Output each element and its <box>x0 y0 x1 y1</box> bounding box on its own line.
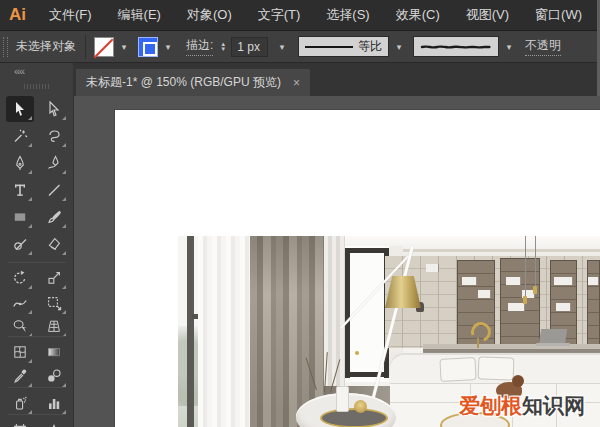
menu-file[interactable]: 文件(F) <box>36 0 105 30</box>
collapse-panel-icon[interactable]: «« <box>14 65 24 77</box>
photo-window-frame-bar <box>187 236 194 427</box>
photo-puppy-head <box>512 375 524 387</box>
lasso-tool[interactable] <box>40 123 68 149</box>
opacity-label[interactable]: 不透明 <box>525 37 561 56</box>
stepper-down-icon[interactable]: ▼ <box>220 47 226 52</box>
photo-sofa-pillow <box>478 356 515 380</box>
slice-tool[interactable] <box>40 417 68 427</box>
artboard-icon <box>12 422 28 427</box>
stroke-weight-dropdown-chevron-icon[interactable]: ▾ <box>276 42 288 52</box>
fill-dropdown-chevron-icon[interactable]: ▾ <box>118 42 130 52</box>
brush-definition-dropdown[interactable] <box>413 36 499 57</box>
tools-divider <box>8 262 66 263</box>
brush-dropdown-chevron-icon[interactable]: ▾ <box>502 42 516 52</box>
photo-laptop-base <box>536 343 570 346</box>
canvas-area[interactable]: 爱刨根知识网 <box>74 96 600 427</box>
menu-select[interactable]: 选择(S) <box>313 0 382 30</box>
perspective-grid-icon <box>46 318 62 334</box>
curvature-tool[interactable] <box>40 150 68 176</box>
photo-tray <box>320 408 388 427</box>
symbol-sprayer-tool[interactable] <box>6 390 34 416</box>
photo-desk-lamp-stem <box>477 338 479 348</box>
line-segment-tool[interactable] <box>40 177 68 203</box>
photo-window-frame <box>345 248 389 253</box>
blend-icon <box>46 368 62 384</box>
photo-books <box>554 277 572 285</box>
watermark-primary-text: 爱刨根 <box>459 394 522 417</box>
magic-wand-tool[interactable] <box>6 123 34 149</box>
stroke-dropdown-chevron-icon[interactable]: ▾ <box>162 42 174 52</box>
width-profile-value: 等比 <box>358 38 382 55</box>
scale-tool[interactable] <box>40 265 68 291</box>
menu-view[interactable]: 视图(V) <box>453 0 522 30</box>
eyedropper-tool[interactable] <box>6 363 34 389</box>
tab-close-icon[interactable]: × <box>293 76 300 90</box>
menu-object[interactable]: 对象(O) <box>174 0 245 30</box>
fill-color-swatch[interactable] <box>94 37 114 57</box>
photo-floor-lamp-joint <box>355 351 359 355</box>
photo-candle <box>336 386 349 412</box>
photo-pendant-wire <box>525 236 526 298</box>
column-graph-icon <box>46 395 62 411</box>
tools-divider <box>8 414 66 415</box>
control-bar: 未选择对象 ▾ ▾ 描边: ▲ ▼ 1 px ▾ 等比 ▾ ▾ 不透明 <box>0 30 600 63</box>
line-icon <box>46 182 62 198</box>
mesh-icon <box>12 344 28 360</box>
pen-tool[interactable] <box>6 150 34 176</box>
stroke-weight-input[interactable]: 1 px <box>231 37 268 57</box>
direct-selection-tool[interactable] <box>40 96 68 122</box>
app-logo: Ai <box>0 5 36 25</box>
menu-effect[interactable]: 效果(C) <box>383 0 453 30</box>
eyedropper-icon <box>12 368 28 384</box>
photo-sheer-curtain <box>198 236 250 427</box>
slice-knife-icon <box>46 422 62 427</box>
width-profile-chevron-icon[interactable]: ▾ <box>392 42 406 52</box>
document-tab-bar: 未标题-1* @ 150% (RGB/GPU 预览) × <box>74 63 600 96</box>
photo-books <box>556 303 570 311</box>
menu-bar: Ai 文件(F) 编辑(E) 对象(O) 文字(T) 选择(S) 效果(C) 视… <box>0 0 600 30</box>
shaper-tool[interactable] <box>6 231 34 257</box>
selection-tool[interactable] <box>6 96 34 122</box>
stroke-weight-stepper[interactable]: ▲ ▼ <box>220 42 226 52</box>
blend-tool[interactable] <box>40 363 68 389</box>
gradient-icon <box>46 344 62 360</box>
photo-cornice <box>393 249 600 252</box>
free-transform-icon <box>46 295 62 311</box>
watermark: 爱刨根知识网 <box>459 392 599 420</box>
stroke-weight-label[interactable]: 描边: <box>186 37 213 56</box>
menu-window[interactable]: 窗口(W) <box>522 0 595 30</box>
artboard[interactable]: 爱刨根知识网 <box>115 110 600 427</box>
tools-panel-grip[interactable] <box>24 84 50 89</box>
photo-laptop-screen <box>539 329 567 344</box>
stroke-color-swatch[interactable] <box>138 37 158 57</box>
column-graph-tool[interactable] <box>40 390 68 416</box>
photo-books <box>462 277 476 285</box>
eraser-tool[interactable] <box>40 231 68 257</box>
width-profile-preview-icon <box>305 46 353 48</box>
watermark-secondary-text: 知识网 <box>522 394 585 417</box>
document-tab[interactable]: 未标题-1* @ 150% (RGB/GPU 预览) × <box>76 69 310 96</box>
gradient-tool[interactable] <box>40 339 68 365</box>
rectangle-tool[interactable] <box>6 204 34 230</box>
artboard-tool[interactable] <box>6 417 34 427</box>
type-icon <box>12 182 28 198</box>
lasso-icon <box>46 128 62 144</box>
photo-pendant-bulb <box>523 296 527 304</box>
width-profile-dropdown[interactable]: 等比 <box>298 36 389 57</box>
placed-photo-living-room[interactable]: 爱刨根知识网 <box>178 236 600 427</box>
paintbrush-icon <box>46 209 62 225</box>
photo-pendant-bulb <box>533 286 537 294</box>
rectangle-icon <box>12 209 28 225</box>
menu-type[interactable]: 文字(T) <box>245 0 314 30</box>
photo-books <box>478 290 490 298</box>
menu-edit[interactable]: 编辑(E) <box>105 0 174 30</box>
photo-bookshelf-dark-section <box>587 260 600 348</box>
control-bar-grip[interactable] <box>3 37 8 57</box>
separator <box>85 35 86 59</box>
magic-wand-icon <box>12 128 28 144</box>
type-tool[interactable] <box>6 177 34 203</box>
rotate-tool[interactable] <box>6 265 34 291</box>
paintbrush-tool[interactable] <box>40 204 68 230</box>
mesh-tool[interactable] <box>6 339 34 365</box>
photo-window-frame <box>345 248 350 378</box>
